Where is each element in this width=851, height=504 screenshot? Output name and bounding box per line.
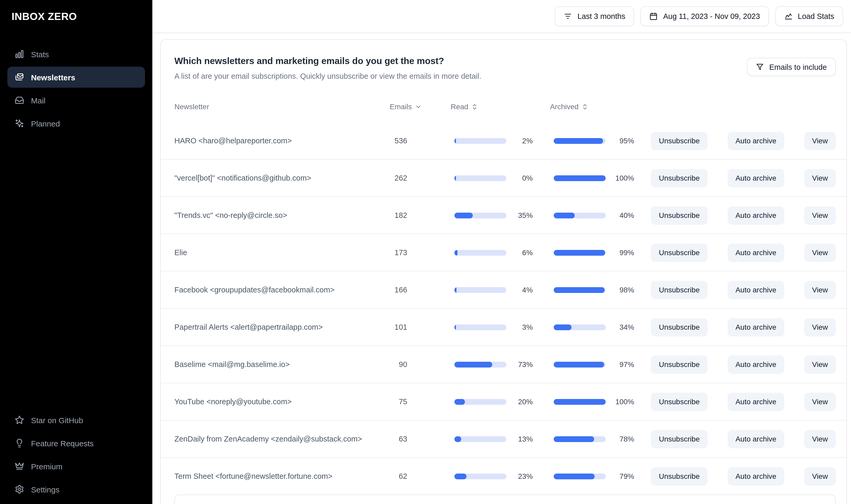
newsletter-name: Baselime <mail@mg.baselime.io> [174, 360, 373, 368]
auto-archive-button[interactable]: Auto archive [728, 467, 784, 485]
emails-count: 62 [373, 472, 407, 480]
unsubscribe-button[interactable]: Unsubscribe [651, 131, 708, 150]
read-bar [455, 399, 507, 404]
sidebar-item-newsletters[interactable]: Newsletters [7, 67, 145, 88]
column-header-read[interactable]: Read [451, 102, 478, 111]
newsletter-name: HARO <haro@helpareporter.com> [174, 137, 373, 145]
archived-bar-fill [554, 250, 605, 255]
read-cell: 13% [455, 435, 533, 443]
sidebar-item-settings[interactable]: Settings [7, 479, 145, 500]
unsubscribe-button[interactable]: Unsubscribe [651, 318, 708, 336]
unsubscribe-button[interactable]: Unsubscribe [651, 393, 708, 411]
read-percent: 4% [512, 286, 533, 294]
view-button[interactable]: View [804, 243, 836, 262]
read-percent: 73% [512, 360, 533, 368]
read-percent: 35% [512, 211, 533, 219]
table-row: YouTube <noreply@youtube.com>7520%100%Un… [161, 383, 846, 420]
auto-archive-button[interactable]: Auto archive [728, 393, 784, 411]
table-row: Facebook <groupupdates@facebookmail.com>… [161, 271, 846, 308]
aug-11-2023-nov-09-2023-button[interactable]: Aug 11, 2023 - Nov 09, 2023 [641, 6, 769, 26]
show-more-button[interactable]: Show more [174, 494, 836, 504]
unsubscribe-button[interactable]: Unsubscribe [651, 355, 708, 374]
chevrons-up-down-icon [582, 103, 589, 110]
read-bar-fill [455, 324, 456, 330]
column-label: Archived [550, 102, 579, 111]
read-bar-fill [455, 287, 457, 293]
view-button[interactable]: View [804, 206, 836, 224]
sidebar-item-premium[interactable]: Premium [7, 456, 145, 477]
column-header-archived[interactable]: Archived [550, 102, 589, 111]
view-button[interactable]: View [804, 318, 836, 336]
read-bar-fill [455, 436, 461, 442]
archived-bar [554, 324, 606, 330]
auto-archive-button[interactable]: Auto archive [728, 355, 784, 374]
column-label: Newsletter [174, 102, 209, 111]
auto-archive-button[interactable]: Auto archive [728, 430, 784, 448]
auto-archive-button[interactable]: Auto archive [728, 318, 784, 336]
table-row: "vercel[bot]" <notifications@github.com>… [161, 159, 846, 196]
emails-count: 101 [373, 323, 407, 331]
sidebar-item-planned[interactable]: Planned [7, 113, 145, 134]
newsletter-name: Facebook <groupupdates@facebookmail.com> [174, 286, 373, 294]
unsubscribe-button[interactable]: Unsubscribe [651, 430, 708, 448]
view-button[interactable]: View [804, 393, 836, 411]
view-button[interactable]: View [804, 281, 836, 299]
sidebar-item-stats[interactable]: Stats [7, 43, 145, 65]
view-button[interactable]: View [804, 355, 836, 374]
archived-bar-fill [554, 138, 603, 144]
view-button[interactable]: View [804, 467, 836, 485]
row-actions: UnsubscribeAuto archiveView [651, 206, 836, 224]
read-cell: 3% [455, 323, 533, 331]
load-stats-button[interactable]: Load Stats [775, 6, 843, 26]
archived-percent: 78% [611, 435, 634, 443]
read-bar [455, 138, 507, 144]
newsletter-table: HARO <haro@helpareporter.com>5362%95%Uns… [161, 122, 846, 494]
archived-bar-fill [554, 436, 595, 442]
sidebar-item-label: Settings [31, 485, 59, 494]
auto-archive-button[interactable]: Auto archive [728, 169, 784, 187]
read-cell: 73% [455, 360, 533, 368]
auto-archive-button[interactable]: Auto archive [728, 243, 784, 262]
auto-archive-button[interactable]: Auto archive [728, 206, 784, 224]
newsletter-name: Term Sheet <fortune@newsletter.fortune.c… [174, 472, 373, 480]
auto-archive-button[interactable]: Auto archive [728, 131, 784, 150]
unsubscribe-button[interactable]: Unsubscribe [651, 243, 708, 262]
sidebar-item-label: Mail [31, 96, 46, 105]
view-button[interactable]: View [804, 131, 836, 150]
archived-bar-fill [554, 324, 572, 330]
auto-archive-button[interactable]: Auto archive [728, 281, 784, 299]
unsubscribe-button[interactable]: Unsubscribe [651, 169, 708, 187]
read-cell: 6% [455, 248, 533, 257]
bar-chart-icon [15, 49, 24, 59]
row-actions: UnsubscribeAuto archiveView [651, 393, 836, 411]
sidebar-item-star-on-github[interactable]: Star on GitHub [7, 410, 145, 431]
row-actions: UnsubscribeAuto archiveView [651, 467, 836, 485]
sidebar-item-label: Newsletters [31, 73, 75, 82]
unsubscribe-button[interactable]: Unsubscribe [651, 281, 708, 299]
newsletter-name: ZenDaily from ZenAcademy <zendaily@subst… [174, 435, 373, 443]
last-3-months-button[interactable]: Last 3 months [555, 6, 634, 26]
column-header-newsletter: Newsletter [174, 102, 209, 111]
view-button[interactable]: View [804, 430, 836, 448]
app-logo: INBOX ZERO [0, 0, 152, 22]
newsletter-name: Papertrail Alerts <alert@papertrailapp.c… [174, 323, 373, 331]
read-percent: 13% [512, 435, 533, 443]
column-header-emails[interactable]: Emails [390, 102, 422, 111]
row-actions: UnsubscribeAuto archiveView [651, 243, 836, 262]
unsubscribe-button[interactable]: Unsubscribe [651, 206, 708, 224]
sparkles-icon [15, 119, 24, 128]
read-percent: 2% [512, 137, 533, 145]
page-subtitle: A list of are your email subscriptions. … [174, 71, 481, 82]
read-cell: 20% [455, 397, 533, 406]
table-row: Elie1736%99%UnsubscribeAuto archiveView [161, 234, 846, 271]
read-cell: 0% [455, 174, 533, 182]
read-percent: 3% [512, 323, 533, 331]
chevron-down-icon [415, 103, 422, 110]
unsubscribe-button[interactable]: Unsubscribe [651, 467, 708, 485]
read-cell: 35% [455, 211, 533, 219]
emails-to-include-button[interactable]: Emails to include [747, 58, 836, 76]
view-button[interactable]: View [804, 169, 836, 187]
sidebar-item-mail[interactable]: Mail [7, 90, 145, 111]
button-label: Load Stats [798, 12, 834, 20]
sidebar-item-feature-requests[interactable]: Feature Requests [7, 433, 145, 454]
